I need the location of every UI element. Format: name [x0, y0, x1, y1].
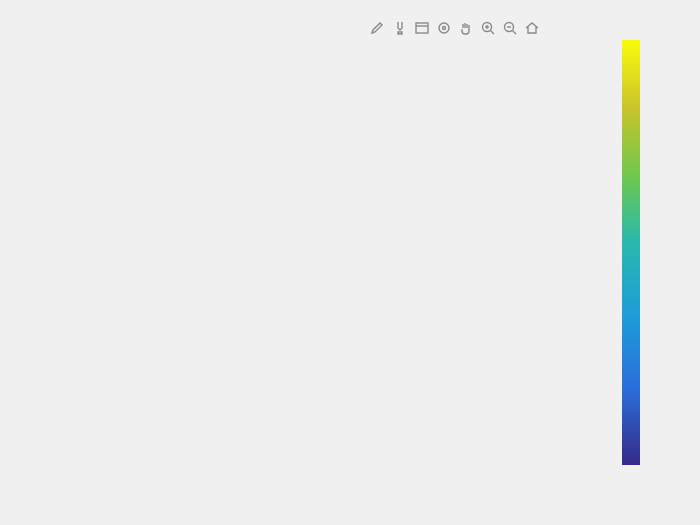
- axes-3d[interactable]: [70, 48, 560, 488]
- target-icon[interactable]: [436, 20, 452, 38]
- svg-point-3: [443, 27, 446, 30]
- svg-line-9: [513, 31, 517, 35]
- brush-icon[interactable]: [370, 20, 386, 38]
- pipette-icon[interactable]: [392, 20, 408, 38]
- pan-hand-icon[interactable]: [458, 20, 474, 38]
- svg-line-5: [491, 31, 495, 35]
- zoom-out-icon[interactable]: [502, 20, 518, 38]
- home-icon[interactable]: [524, 20, 540, 38]
- panel-icon[interactable]: [414, 20, 430, 38]
- figure-window: [0, 0, 700, 525]
- surface-plot: [70, 48, 560, 488]
- axes-toolbar: [370, 20, 540, 38]
- colorbar[interactable]: [622, 40, 640, 465]
- zoom-in-icon[interactable]: [480, 20, 496, 38]
- svg-rect-0: [416, 23, 428, 33]
- svg-point-2: [439, 23, 449, 33]
